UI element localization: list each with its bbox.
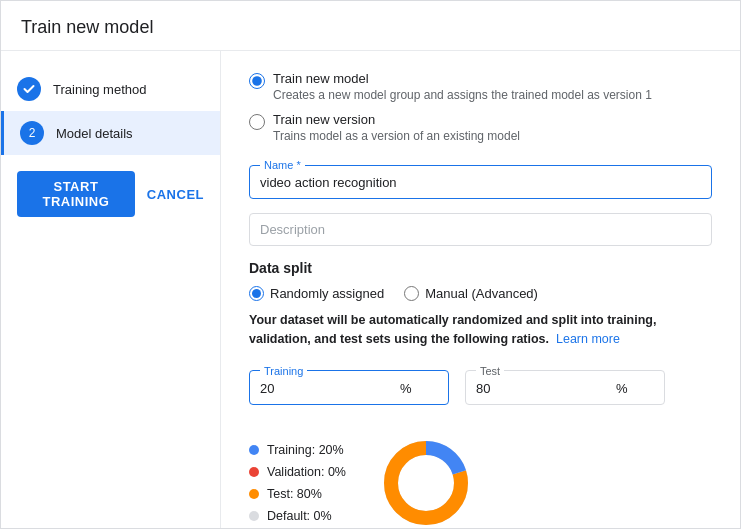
donut-chart bbox=[376, 433, 476, 529]
training-split-input-wrap: % bbox=[260, 381, 438, 396]
train-new-version-text: Train new version Trains model as a vers… bbox=[273, 112, 520, 143]
sidebar-item-training-method-label: Training method bbox=[53, 82, 146, 97]
name-field-group: Name * bbox=[249, 159, 712, 199]
start-training-button[interactable]: START TRAINING bbox=[17, 171, 135, 217]
legend-test: Test: 80% bbox=[249, 487, 346, 501]
legend-training-dot bbox=[249, 445, 259, 455]
learn-more-link[interactable]: Learn more bbox=[556, 332, 620, 346]
training-split-legend: Training bbox=[260, 365, 307, 377]
main-content: Train new model Creates a new model grou… bbox=[221, 51, 740, 528]
split-description: Your dataset will be automatically rando… bbox=[249, 311, 712, 349]
step-2-circle: 2 bbox=[20, 121, 44, 145]
legend-default: Default: 0% bbox=[249, 509, 346, 523]
legend-training: Training: 20% bbox=[249, 443, 346, 457]
chart-legend: Training: 20% Validation: 0% Test: 80% D… bbox=[249, 443, 346, 523]
test-split-field: Test % bbox=[465, 365, 665, 405]
test-pct-symbol: % bbox=[616, 381, 628, 396]
name-field-legend: Name * bbox=[260, 159, 305, 171]
sidebar-item-model-details-label: Model details bbox=[56, 126, 133, 141]
legend-training-label: Training: 20% bbox=[267, 443, 344, 457]
sidebar-item-training-method[interactable]: Training method bbox=[1, 67, 220, 111]
train-new-version-desc: Trains model as a version of an existing… bbox=[273, 129, 520, 143]
test-split-legend: Test bbox=[476, 365, 504, 377]
dialog: Train new model Training method 2 Model … bbox=[0, 0, 741, 529]
data-split-radio-group: Randomly assigned Manual (Advanced) bbox=[249, 286, 712, 301]
manual-advanced-option[interactable]: Manual (Advanced) bbox=[404, 286, 538, 301]
split-inputs: Training % Test % bbox=[249, 365, 712, 405]
description-input[interactable] bbox=[249, 213, 712, 246]
train-new-model-radio[interactable] bbox=[249, 73, 265, 89]
sidebar-item-model-details[interactable]: 2 Model details bbox=[1, 111, 220, 155]
train-new-version-radio[interactable] bbox=[249, 114, 265, 130]
dialog-body: Training method 2 Model details START TR… bbox=[1, 51, 740, 528]
training-split-field: Training % bbox=[249, 365, 449, 405]
description-field-group bbox=[249, 213, 712, 246]
train-type-radio-group: Train new model Creates a new model grou… bbox=[249, 71, 712, 143]
legend-validation: Validation: 0% bbox=[249, 465, 346, 479]
randomly-assigned-radio[interactable] bbox=[249, 286, 264, 301]
step-1-circle bbox=[17, 77, 41, 101]
randomly-assigned-label: Randomly assigned bbox=[270, 286, 384, 301]
data-split-title: Data split bbox=[249, 260, 712, 276]
train-new-model-option[interactable]: Train new model Creates a new model grou… bbox=[249, 71, 712, 102]
sidebar: Training method 2 Model details START TR… bbox=[1, 51, 221, 528]
legend-default-label: Default: 0% bbox=[267, 509, 332, 523]
test-split-input-wrap: % bbox=[476, 381, 654, 396]
manual-advanced-label: Manual (Advanced) bbox=[425, 286, 538, 301]
train-new-version-option[interactable]: Train new version Trains model as a vers… bbox=[249, 112, 712, 143]
sidebar-buttons: START TRAINING CANCEL bbox=[1, 155, 220, 233]
legend-validation-dot bbox=[249, 467, 259, 477]
test-split-input[interactable] bbox=[476, 381, 616, 396]
legend-default-dot bbox=[249, 511, 259, 521]
training-split-input[interactable] bbox=[260, 381, 400, 396]
legend-test-dot bbox=[249, 489, 259, 499]
randomly-assigned-option[interactable]: Randomly assigned bbox=[249, 286, 384, 301]
train-new-model-text: Train new model Creates a new model grou… bbox=[273, 71, 652, 102]
legend-test-label: Test: 80% bbox=[267, 487, 322, 501]
dialog-title: Train new model bbox=[1, 1, 740, 51]
manual-advanced-radio[interactable] bbox=[404, 286, 419, 301]
train-new-model-desc: Creates a new model group and assigns th… bbox=[273, 88, 652, 102]
cancel-button[interactable]: CANCEL bbox=[147, 187, 204, 202]
training-pct-symbol: % bbox=[400, 381, 412, 396]
train-new-version-label: Train new version bbox=[273, 112, 520, 127]
chart-area: Training: 20% Validation: 0% Test: 80% D… bbox=[249, 423, 712, 529]
name-input[interactable] bbox=[260, 175, 701, 190]
legend-validation-label: Validation: 0% bbox=[267, 465, 346, 479]
train-new-model-label: Train new model bbox=[273, 71, 652, 86]
